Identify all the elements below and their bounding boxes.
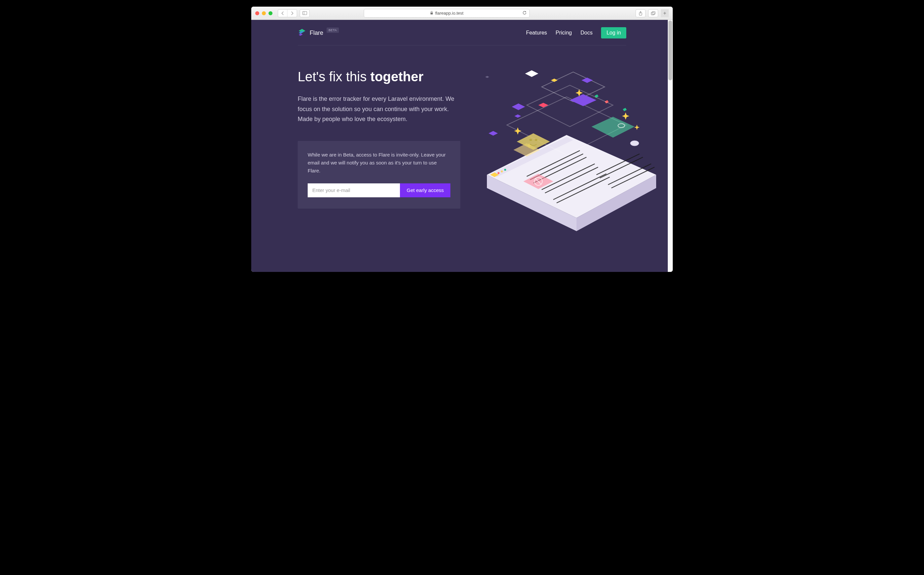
svg-rect-5 xyxy=(652,12,655,14)
svg-rect-4 xyxy=(651,12,654,15)
url-text: flareapp.io.test xyxy=(435,11,463,16)
share-button[interactable] xyxy=(636,9,645,17)
svg-point-23 xyxy=(630,141,639,146)
main-nav: Features Pricing Docs Log in xyxy=(526,27,626,38)
signup-form: Get early access xyxy=(307,183,450,197)
login-button[interactable]: Log in xyxy=(601,27,626,38)
signup-text: While we are in Beta, access to Flare is… xyxy=(307,151,450,175)
browser-window: flareapp.io.test + xyxy=(251,6,673,272)
logo-icon xyxy=(298,28,306,38)
email-input[interactable] xyxy=(307,183,400,197)
beta-badge: BETA xyxy=(327,27,339,33)
nav-arrows xyxy=(278,9,297,17)
forward-button[interactable] xyxy=(287,10,297,17)
close-window-button[interactable] xyxy=(255,11,259,15)
back-button[interactable] xyxy=(278,10,287,17)
scrollbar-track[interactable] xyxy=(668,20,673,272)
nav-features[interactable]: Features xyxy=(526,30,547,36)
browser-toolbar: flareapp.io.test + xyxy=(251,6,673,20)
nav-docs[interactable]: Docs xyxy=(580,30,593,36)
browser-right-controls: + xyxy=(636,9,669,17)
early-access-button[interactable]: Get early access xyxy=(400,183,450,197)
new-tab-button[interactable]: + xyxy=(661,9,669,17)
lock-icon xyxy=(430,11,433,15)
svg-rect-0 xyxy=(303,12,307,15)
logo-text: Flare xyxy=(310,30,323,37)
svg-point-8 xyxy=(504,169,506,171)
logo[interactable]: Flare BETA xyxy=(298,28,339,38)
svg-rect-22 xyxy=(623,108,627,111)
signup-card: While we are in Beta, access to Flare is… xyxy=(298,141,460,208)
nav-pricing[interactable]: Pricing xyxy=(556,30,572,36)
scrollbar-thumb[interactable] xyxy=(668,21,672,80)
svg-point-6 xyxy=(497,172,500,174)
svg-point-27 xyxy=(535,139,537,141)
svg-rect-2 xyxy=(430,13,433,14)
maximize-window-button[interactable] xyxy=(269,11,272,15)
page-content: Flare BETA Features Pricing Docs Log in … xyxy=(251,20,673,272)
svg-point-26 xyxy=(529,139,532,141)
hero-description: Flare is the error tracker for every Lar… xyxy=(298,94,460,124)
hero-section: Let's fix this together Flare is the err… xyxy=(298,45,626,222)
reload-icon[interactable] xyxy=(523,11,527,16)
hero-content: Let's fix this together Flare is the err… xyxy=(298,68,460,208)
tabs-button[interactable] xyxy=(648,9,658,17)
sidebar-toggle-button[interactable] xyxy=(300,9,310,17)
hero-illustration-wrap xyxy=(474,68,626,208)
hero-title-pre: Let's fix this xyxy=(298,69,370,84)
window-controls xyxy=(255,11,272,15)
minimize-window-button[interactable] xyxy=(262,11,266,15)
hero-illustration xyxy=(467,49,666,248)
hero-title-bold: together xyxy=(370,69,424,84)
svg-point-7 xyxy=(501,170,503,172)
address-bar[interactable]: flareapp.io.test xyxy=(364,9,530,17)
hero-title: Let's fix this together xyxy=(298,68,460,84)
site-header: Flare BETA Features Pricing Docs Log in xyxy=(298,20,626,45)
